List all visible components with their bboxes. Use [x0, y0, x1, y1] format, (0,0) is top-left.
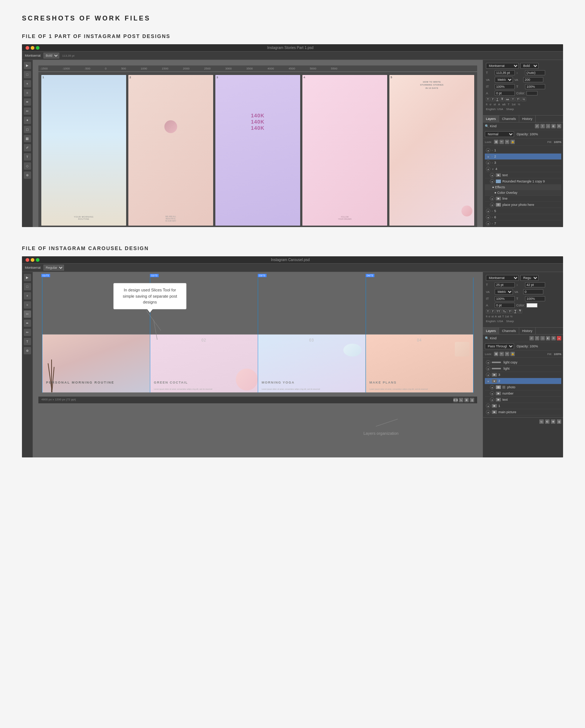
eye-icon-l2mp[interactable]: ●	[486, 410, 490, 414]
filter-shape-2[interactable]: ◇	[540, 336, 545, 340]
eye-icon-lc[interactable]: ●	[486, 360, 490, 365]
layer-4[interactable]: ● ∨ 4	[485, 166, 561, 172]
tool-lasso[interactable]: ⌖	[24, 80, 31, 87]
text-bold-btn[interactable]: T	[486, 97, 490, 101]
tool-lasso-2[interactable]: ⌖	[24, 292, 31, 299]
stroke-input-2[interactable]	[495, 303, 515, 308]
filter-shape-1[interactable]: ◇	[546, 124, 550, 128]
layer-line[interactable]: ● ▶ line	[485, 196, 561, 202]
font-weight-select-2[interactable]: Regular	[44, 265, 64, 271]
lock-image-2[interactable]: ✏	[499, 352, 504, 356]
text-t1-btn-2[interactable]: T₁	[502, 309, 507, 313]
filter-adjust-1[interactable]: ◐	[551, 124, 556, 128]
layer-8[interactable]: ● › 8	[485, 227, 561, 227]
layer2-photo[interactable]: ● ▦ photo	[485, 384, 561, 391]
text-tover-btn-2[interactable]: T̄	[518, 309, 522, 313]
tool-zoom[interactable]: ⊕	[24, 171, 31, 179]
ps-bottom-icon-1[interactable]: ◐◑	[453, 398, 458, 402]
tool-brush-2[interactable]: ✏	[24, 329, 31, 336]
font-style-1[interactable]: Bold	[520, 63, 539, 69]
max-btn-2[interactable]	[36, 258, 39, 262]
layer2-main-picture[interactable]: ● ▶ main picture	[485, 409, 561, 415]
text-strike-btn[interactable]: T̶	[500, 97, 504, 101]
filter-pixel-1[interactable]: P	[535, 124, 539, 128]
tracking-select-2[interactable]: Metrics	[495, 289, 513, 295]
tool-select-2[interactable]: □	[24, 283, 31, 290]
tab-channels-2[interactable]: Channels	[499, 328, 519, 334]
lock-all-2[interactable]: 🔒	[510, 352, 515, 356]
layer-rounded-rect[interactable]: ● □ Rounded Rectangle 1 copy 9	[485, 178, 561, 185]
layer2-2[interactable]: ● ▼ 2	[485, 378, 561, 384]
stroke-input-1[interactable]	[495, 91, 515, 96]
eye-icon-l2text[interactable]: ●	[490, 397, 494, 402]
tool-pen[interactable]: ✐	[24, 144, 31, 151]
tool-eyedropper-2[interactable]: ✒	[24, 320, 31, 327]
eye-icon-l1[interactable]: ●	[486, 148, 490, 152]
eye-icon-lline[interactable]: ●	[490, 196, 494, 201]
eye-icon-l22[interactable]: ●	[486, 379, 490, 383]
layer2-light-copy[interactable]: ● light copy	[485, 359, 561, 366]
tool-crop-2[interactable]: ⌗	[24, 301, 31, 309]
layer2-light[interactable]: ● light	[485, 366, 561, 372]
font-size-input-2[interactable]	[495, 282, 515, 287]
layer-1[interactable]: ● › 1	[485, 147, 561, 154]
filter-text-1[interactable]: T	[540, 124, 545, 128]
leading-input-2[interactable]	[525, 282, 545, 287]
tool-eraser[interactable]: ◻	[24, 126, 31, 133]
tool-gradient[interactable]: ▦	[24, 135, 31, 142]
text-sub-btn[interactable]: ½	[521, 97, 526, 101]
font-weight-select[interactable]: Bold	[44, 53, 59, 59]
layer2-number[interactable]: ● ▶ number	[485, 391, 561, 397]
filter-active-2[interactable]: ●	[557, 336, 561, 340]
text-super-btn[interactable]: T¹	[516, 97, 521, 101]
scale-h-1[interactable]	[495, 84, 515, 89]
tool-move[interactable]: ▶	[24, 62, 31, 69]
text-aa-btn[interactable]: aa	[505, 97, 510, 101]
text-tunder-btn-2[interactable]: T̲	[513, 309, 517, 313]
layer2-text[interactable]: ● ▶ text	[485, 397, 561, 403]
layer-3[interactable]: ● › 3	[485, 160, 561, 166]
tool-move-2[interactable]: ▶	[24, 274, 31, 281]
font-size-input-1[interactable]	[495, 70, 515, 75]
filter-adjust-2[interactable]: ◐	[546, 336, 550, 340]
lock-position-2[interactable]: ✛	[505, 352, 509, 356]
filter-smart-1[interactable]: ⊕	[557, 124, 561, 128]
tab-channels-1[interactable]: Channels	[499, 116, 519, 122]
close-btn[interactable]	[26, 46, 29, 50]
tool-text[interactable]: T	[24, 153, 31, 161]
tool-brush[interactable]: ✏	[24, 107, 31, 115]
ps-bottom-icon-2[interactable]: fx	[459, 398, 463, 402]
kerning-input-1[interactable]	[523, 77, 543, 82]
tool-clone[interactable]: ✦	[24, 117, 31, 124]
tool-eyedropper[interactable]: ✒	[24, 98, 31, 106]
lock-transparent-2[interactable]: ▦	[494, 352, 498, 356]
eye-icon-ltext[interactable]: ●	[490, 173, 494, 177]
max-btn[interactable]	[36, 46, 39, 50]
text-italic-btn[interactable]: T	[491, 97, 495, 101]
layer-6[interactable]: ● › 6	[485, 214, 561, 220]
eye-icon-l3[interactable]: ●	[486, 161, 490, 165]
eye-icon-l2[interactable]: ●	[486, 154, 490, 159]
min-btn-2[interactable]	[31, 258, 34, 262]
layer-5[interactable]: ● › 5	[485, 208, 561, 214]
tab-history-1[interactable]: History	[519, 116, 536, 122]
eye-icon-l5[interactable]: ●	[486, 209, 490, 213]
font-family-1[interactable]: Montserrat	[486, 63, 519, 69]
tool-shape[interactable]: ◇	[24, 162, 31, 170]
blend-mode-select-1[interactable]: Normal	[485, 131, 514, 137]
tab-history-2[interactable]: History	[519, 328, 536, 334]
tab-layers-1[interactable]: Layers	[483, 116, 499, 122]
lb-icon-delete[interactable]: 🗑	[557, 419, 561, 424]
tool-select[interactable]: □	[24, 71, 31, 78]
eye-icon-l4[interactable]: ●	[486, 167, 490, 171]
eye-icon-l2num[interactable]: ●	[490, 391, 494, 396]
eye-icon-l23[interactable]: ●	[486, 373, 490, 377]
layer-color-overlay[interactable]: ● Color Overlay	[485, 190, 561, 196]
leading-input-1[interactable]	[525, 70, 545, 75]
lb-icon-fx[interactable]: fx	[539, 419, 544, 424]
lock-position-1[interactable]: ✛	[505, 140, 509, 144]
eye-icon-l2photo[interactable]: ●	[490, 385, 494, 389]
eye-icon-l7[interactable]: ●	[486, 221, 490, 226]
tool-zoom-2[interactable]: ⊕	[24, 347, 31, 354]
lb-icon-group[interactable]: ◉	[551, 419, 555, 424]
